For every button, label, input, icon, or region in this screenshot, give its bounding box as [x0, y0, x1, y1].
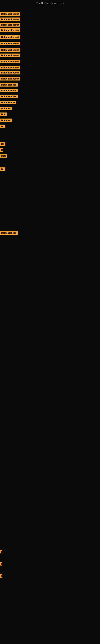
badge-row: Bottleneck result [0, 18, 20, 22]
badge-row: Bo [0, 124, 5, 129]
badge-row: Bottleneck result [0, 35, 20, 40]
bottleneck-result-badge: Bottleneck result [0, 23, 20, 26]
bottleneck-result-badge: Bo [0, 142, 5, 146]
badge-row: Bottleneck re [0, 100, 16, 105]
bottleneck-result-badge: Bottlenec [0, 107, 12, 110]
bottleneck-result-badge: Bottleneck result [0, 28, 20, 32]
bottleneck-result-badge: Bott [0, 154, 7, 158]
bottleneck-result-badge: Bott [0, 112, 7, 116]
badge-row: Bo [0, 168, 5, 172]
badge-row: Bottlenec [0, 107, 12, 111]
bottleneck-result-badge: E [0, 574, 2, 578]
bottleneck-result-badge: | [0, 562, 2, 566]
badge-row: Bottleneck res [0, 89, 18, 93]
bottleneck-result-badge: Bottleneck result [0, 66, 20, 70]
badge-row: Bott [0, 112, 7, 117]
bottleneck-result-badge: Bottleneck result [0, 60, 20, 64]
bottleneck-result-badge: | [0, 550, 2, 554]
badge-row: Bottleneck result [0, 42, 20, 46]
badge-row: Bottleneck res [0, 94, 18, 99]
badge-row: Bottleneck result [0, 23, 20, 27]
badge-row: E [0, 574, 2, 578]
bottleneck-result-badge: Bo [0, 168, 5, 171]
bottleneck-result-badge: Bottleneck result [0, 77, 20, 80]
bottleneck-result-badge: Bottleneck result [0, 48, 20, 52]
site-title: TheBottlenecker.com [0, 0, 100, 6]
bottleneck-result-badge: Bottleneck result [0, 42, 20, 45]
bottleneck-result-badge: Bottleneck res [0, 83, 18, 86]
bottleneck-result-badge: Bottleneck res [0, 94, 18, 98]
bottleneck-result-badge: Bo [0, 124, 5, 128]
badge-row: Bottleneck result [0, 48, 20, 52]
badge-row: Bo [0, 142, 5, 146]
badge-row: Bottleneck result [0, 12, 20, 16]
badge-row: Bottleneck result [0, 60, 20, 64]
badge-row: Bottleneck result [0, 77, 20, 81]
badge-row: Bottleneck result [0, 28, 20, 33]
badge-row: | [0, 550, 2, 554]
badge-row: B [0, 148, 3, 152]
badge-row: Bottleneck result [0, 71, 20, 75]
bottleneck-result-badge: Bottleneck res [0, 89, 18, 92]
badge-row: Bott [0, 154, 7, 158]
bottleneck-result-badge: Bottlenec [0, 118, 12, 122]
bottleneck-result-badge: Bottleneck result [0, 54, 20, 57]
badge-row: Bottlenec [0, 118, 12, 123]
bottleneck-result-badge: Bottleneck result [0, 35, 20, 39]
badge-row: | [0, 562, 2, 566]
bottleneck-result-badge: Bottleneck result [0, 18, 20, 21]
bottleneck-result-badge: Bottleneck res [0, 231, 18, 235]
badge-row: Bottleneck res [0, 83, 18, 87]
badge-row: Bottleneck result [0, 54, 20, 58]
bottleneck-result-badge: Bottleneck re [0, 100, 16, 104]
badge-row: Bottleneck result [0, 66, 20, 70]
bottleneck-result-badge: B [0, 148, 3, 152]
bottleneck-result-badge: Bottleneck result [0, 12, 20, 16]
badge-row: Bottleneck res [0, 231, 18, 236]
bottleneck-result-badge: Bottleneck result [0, 71, 20, 74]
